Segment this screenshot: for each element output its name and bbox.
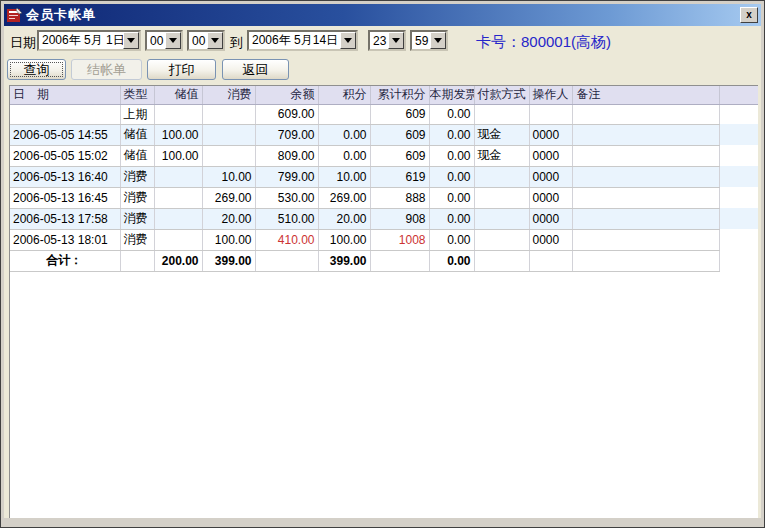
column-header: 消费	[202, 86, 255, 104]
table-cell: 0000	[529, 145, 572, 166]
column-header: 类型	[120, 86, 154, 104]
table-row[interactable]: 2006-05-13 18:01消费100.00410.00100.001008…	[10, 229, 758, 250]
table-cell	[10, 104, 120, 124]
chevron-down-icon[interactable]	[123, 32, 139, 49]
table-cell: 消费	[120, 208, 154, 229]
table-cell: 100.00	[202, 229, 255, 250]
table-cell: 0.00	[318, 145, 370, 166]
table-cell: 809.00	[255, 145, 318, 166]
table-cell: 10.00	[202, 166, 255, 187]
table-cell	[318, 104, 370, 124]
table-cell: 609.00	[255, 104, 318, 124]
table-cell: 2006-05-05 14:55	[10, 124, 120, 145]
table-cell: 消费	[120, 166, 154, 187]
card-number-label: 卡号：	[476, 33, 521, 50]
table-cell	[202, 104, 255, 124]
table-cell: 现金	[474, 145, 529, 166]
table-row[interactable]: 2006-05-13 16:45消费269.00530.00269.008880…	[10, 187, 758, 208]
table-cell: 10.00	[318, 166, 370, 187]
table-cell-filler	[719, 208, 758, 229]
table-cell	[255, 250, 318, 271]
table-cell: 908	[370, 208, 429, 229]
chevron-down-icon[interactable]	[165, 32, 181, 49]
start-hour-value: 00	[147, 34, 165, 48]
statement-grid[interactable]: 日 期类型储值消费余额积分累计积分本期发票付款方式操作人备注 上期609.006…	[9, 85, 758, 518]
settle-bill-button: 结帐单	[71, 59, 142, 80]
table-cell: 0000	[529, 229, 572, 250]
table-cell	[529, 104, 572, 124]
table-header-row: 日 期类型储值消费余额积分累计积分本期发票付款方式操作人备注	[10, 86, 758, 104]
print-button[interactable]: 打印	[147, 59, 216, 80]
table-row[interactable]: 上期609.006090.00	[10, 104, 758, 124]
table-cell: 609	[370, 145, 429, 166]
table-cell	[154, 187, 202, 208]
query-button[interactable]: 查询	[7, 59, 66, 80]
title-bar[interactable]: 会员卡帐单 x	[4, 4, 761, 26]
table-cell: 0.00	[429, 104, 474, 124]
end-hour-combobox[interactable]: 23	[368, 30, 406, 51]
column-header: 操作人	[529, 86, 572, 104]
client-area: 日期 2006年 5月 1日 00 00 到 2006年 5月14日 23 59…	[4, 26, 761, 518]
card-number-value: 800001(高杨)	[521, 33, 611, 50]
statement-table: 日 期类型储值消费余额积分累计积分本期发票付款方式操作人备注 上期609.006…	[10, 86, 758, 272]
table-row[interactable]: 2006-05-05 14:55储值100.00709.000.006090.0…	[10, 124, 758, 145]
table-cell: 上期	[120, 104, 154, 124]
chevron-down-icon[interactable]	[340, 32, 356, 49]
table-cell: 储值	[120, 145, 154, 166]
close-button[interactable]: x	[740, 7, 758, 23]
start-date-value: 2006年 5月 1日	[39, 32, 123, 49]
table-cell: 0.00	[429, 187, 474, 208]
end-date-combobox[interactable]: 2006年 5月14日	[247, 30, 358, 51]
back-button[interactable]: 返回	[222, 59, 289, 80]
table-cell	[474, 229, 529, 250]
table-cell: 200.00	[154, 250, 202, 271]
table-cell: 619	[370, 166, 429, 187]
table-cell: 410.00	[255, 229, 318, 250]
start-date-combobox[interactable]: 2006年 5月 1日	[37, 30, 141, 51]
table-cell-filler	[719, 104, 758, 124]
chevron-down-icon[interactable]	[207, 32, 223, 49]
column-header: 备注	[572, 86, 719, 104]
table-cell: 100.00	[318, 229, 370, 250]
table-cell: 消费	[120, 187, 154, 208]
window-title: 会员卡帐单	[26, 6, 96, 24]
table-cell-filler	[719, 166, 758, 187]
member-card-statement-window: 会员卡帐单 x 日期 2006年 5月 1日 00 00 到 2006年 5月1…	[0, 0, 765, 528]
table-row[interactable]: 2006-05-13 17:58消费20.00510.0020.009080.0…	[10, 208, 758, 229]
table-cell: 100.00	[154, 145, 202, 166]
table-cell: 530.00	[255, 187, 318, 208]
table-cell: 0.00	[429, 124, 474, 145]
column-header: 日 期	[10, 86, 120, 104]
table-cell: 0000	[529, 124, 572, 145]
column-header: 储值	[154, 86, 202, 104]
table-cell-filler	[719, 250, 758, 271]
chevron-down-icon[interactable]	[388, 32, 404, 49]
total-row[interactable]: 合计：200.00399.00399.000.00	[10, 250, 758, 271]
table-cell: 0000	[529, 166, 572, 187]
table-cell	[474, 250, 529, 271]
end-minute-combobox[interactable]: 59	[410, 30, 448, 51]
table-cell: 799.00	[255, 166, 318, 187]
table-cell	[202, 124, 255, 145]
table-cell: 399.00	[202, 250, 255, 271]
table-cell: 888	[370, 187, 429, 208]
to-label: 到	[230, 34, 243, 52]
table-row[interactable]: 2006-05-13 16:40消费10.00799.0010.006190.0…	[10, 166, 758, 187]
card-number-display: 卡号：800001(高杨)	[476, 33, 611, 52]
table-cell: 609	[370, 124, 429, 145]
column-header: 余额	[255, 86, 318, 104]
table-cell	[572, 145, 719, 166]
table-cell: 0.00	[429, 145, 474, 166]
table-cell	[120, 250, 154, 271]
start-hour-combobox[interactable]: 00	[145, 30, 183, 51]
table-cell: 0000	[529, 187, 572, 208]
table-cell-filler	[719, 187, 758, 208]
table-cell: 20.00	[318, 208, 370, 229]
start-minute-combobox[interactable]: 00	[187, 30, 225, 51]
table-cell: 2006-05-13 16:45	[10, 187, 120, 208]
table-cell: 269.00	[202, 187, 255, 208]
table-cell	[572, 250, 719, 271]
table-cell: 510.00	[255, 208, 318, 229]
table-row[interactable]: 2006-05-05 15:02储值100.00809.000.006090.0…	[10, 145, 758, 166]
chevron-down-icon[interactable]	[430, 32, 446, 49]
